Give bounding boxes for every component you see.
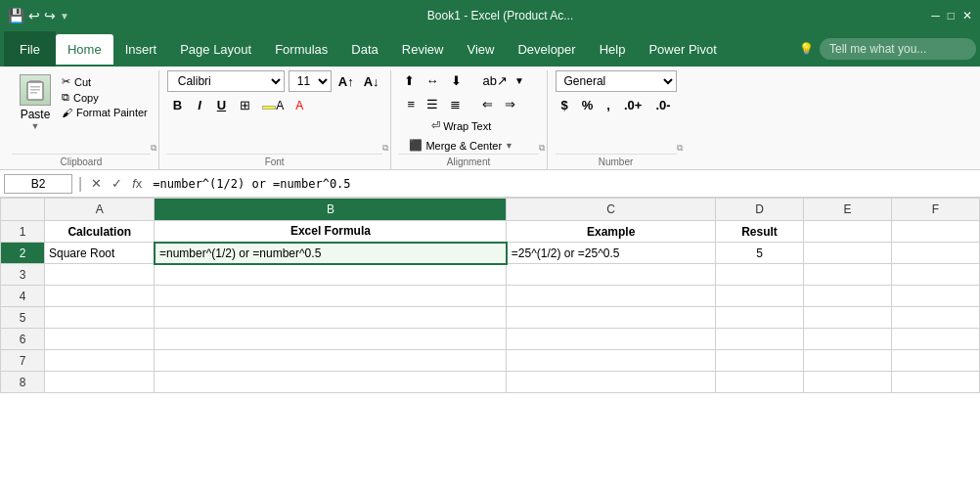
minimize-button[interactable]: ─ <box>931 9 940 22</box>
spreadsheet-container[interactable]: A B C D E F 1CalculationExcel FormulaExa… <box>0 198 980 492</box>
col-header-c[interactable]: C <box>507 199 716 221</box>
font-expand-icon[interactable]: ⧉ <box>382 143 388 154</box>
increase-decimal-button[interactable]: .0+ <box>618 95 647 115</box>
row-header-7[interactable]: 7 <box>1 350 45 372</box>
cell-4-F[interactable] <box>891 286 979 307</box>
cell-4-B[interactable] <box>155 286 507 307</box>
menu-page-layout[interactable]: Page Layout <box>168 34 263 65</box>
align-middle-button[interactable]: ↔ <box>422 70 444 91</box>
number-format-selector[interactable]: General <box>556 70 677 92</box>
cell-8-C[interactable] <box>507 372 716 393</box>
font-size-selector[interactable]: 11 <box>289 70 332 92</box>
cell-3-A[interactable] <box>44 264 154 286</box>
col-header-a[interactable]: A <box>44 199 154 221</box>
decrease-font-size-button[interactable]: A↓ <box>361 74 382 89</box>
customize-icon[interactable]: ▼ <box>60 11 69 22</box>
increase-indent-button[interactable]: ⇒ <box>500 94 520 114</box>
cell-2-D[interactable]: 5 <box>716 243 804 264</box>
col-header-b[interactable]: B <box>155 199 507 221</box>
menu-developer[interactable]: Developer <box>506 34 587 65</box>
align-left-button[interactable]: ≡ <box>402 94 420 114</box>
col-header-d[interactable]: D <box>716 199 804 221</box>
row-header-6[interactable]: 6 <box>1 329 45 350</box>
alignment-expand-icon[interactable]: ⧉ <box>539 143 545 154</box>
bold-button[interactable]: B <box>167 95 188 115</box>
comma-button[interactable]: , <box>601 95 616 115</box>
cell-7-B[interactable] <box>155 350 507 372</box>
col-header-f[interactable]: F <box>891 199 979 221</box>
cell-reference-box[interactable] <box>4 174 72 194</box>
align-center-button[interactable]: ☰ <box>422 94 443 114</box>
decrease-indent-button[interactable]: ⇐ <box>477 94 498 114</box>
menu-insert[interactable]: Insert <box>113 34 169 65</box>
cell-5-B[interactable] <box>155 307 507 329</box>
cell-6-A[interactable] <box>44 329 154 350</box>
tell-me-input[interactable] <box>820 38 976 60</box>
cell-7-C[interactable] <box>507 350 716 372</box>
cell-1-E[interactable] <box>804 221 892 243</box>
menu-help[interactable]: Help <box>588 34 638 65</box>
row-header-2[interactable]: 2 <box>1 243 45 264</box>
menu-review[interactable]: Review <box>390 34 456 65</box>
cell-8-E[interactable] <box>804 372 892 393</box>
cell-8-B[interactable] <box>155 372 507 393</box>
maximize-button[interactable]: □ <box>948 9 955 22</box>
cell-2-B[interactable]: =number^(1/2) or =number^0.5 <box>155 243 507 264</box>
cell-1-C[interactable]: Example <box>507 221 716 243</box>
cancel-formula-button[interactable]: ✕ <box>88 176 105 191</box>
cell-4-A[interactable] <box>44 286 154 307</box>
cell-1-F[interactable] <box>891 221 979 243</box>
save-icon[interactable]: 💾 <box>8 8 24 23</box>
cell-2-F[interactable] <box>891 243 979 264</box>
align-right-button[interactable]: ≣ <box>445 94 466 114</box>
menu-home[interactable]: Home <box>56 34 113 65</box>
cell-8-F[interactable] <box>891 372 979 393</box>
format-painter-button[interactable]: 🖌 Format Painter <box>59 106 151 119</box>
orientation-dropdown[interactable]: ▼ <box>514 75 524 86</box>
merge-center-button[interactable]: ⬛ Merge & Center ▼ <box>405 137 517 154</box>
cell-5-F[interactable] <box>891 307 979 329</box>
cell-4-D[interactable] <box>716 286 804 307</box>
cell-3-F[interactable] <box>891 264 979 286</box>
undo-icon[interactable]: ↩ <box>28 8 40 23</box>
col-header-e[interactable]: E <box>804 199 892 221</box>
insert-function-button[interactable]: fx <box>129 176 145 191</box>
font-color-button[interactable]: A <box>291 97 307 114</box>
menu-data[interactable]: Data <box>339 34 389 65</box>
cell-2-E[interactable] <box>804 243 892 264</box>
cell-4-E[interactable] <box>804 286 892 307</box>
currency-button[interactable]: $ <box>556 95 574 115</box>
row-header-8[interactable]: 8 <box>1 372 45 393</box>
font-name-selector[interactable]: Calibri <box>167 70 285 92</box>
decrease-decimal-button[interactable]: .0- <box>649 95 676 115</box>
cell-6-C[interactable] <box>507 329 716 350</box>
wrap-text-button[interactable]: ⏎ Wrap Text <box>427 117 495 134</box>
paste-button[interactable]: Paste ▼ <box>12 70 59 135</box>
cell-7-E[interactable] <box>804 350 892 372</box>
redo-icon[interactable]: ↪ <box>44 8 56 23</box>
cell-7-A[interactable] <box>44 350 154 372</box>
menu-file[interactable]: File <box>4 31 56 67</box>
cell-1-A[interactable]: Calculation <box>44 221 154 243</box>
italic-button[interactable]: I <box>192 95 207 115</box>
cell-1-B[interactable]: Excel Formula <box>155 221 507 243</box>
cell-2-C[interactable]: =25^(1/2) or =25^0.5 <box>507 243 716 264</box>
cell-3-E[interactable] <box>804 264 892 286</box>
cell-5-D[interactable] <box>716 307 804 329</box>
border-button[interactable]: ⊞ <box>236 96 254 114</box>
cell-5-E[interactable] <box>804 307 892 329</box>
cell-6-B[interactable] <box>155 329 507 350</box>
cell-6-F[interactable] <box>891 329 979 350</box>
paste-dropdown-arrow[interactable]: ▼ <box>31 121 40 131</box>
cell-4-C[interactable] <box>507 286 716 307</box>
cell-3-D[interactable] <box>716 264 804 286</box>
menu-formulas[interactable]: Formulas <box>263 34 339 65</box>
enter-formula-button[interactable]: ✓ <box>109 176 125 191</box>
increase-font-size-button[interactable]: A↑ <box>335 74 357 89</box>
row-header-4[interactable]: 4 <box>1 286 45 307</box>
formula-input[interactable] <box>149 175 976 193</box>
cell-6-E[interactable] <box>804 329 892 350</box>
cell-1-D[interactable]: Result <box>716 221 804 243</box>
orientation-button[interactable]: ab↗ <box>478 70 512 91</box>
cell-6-D[interactable] <box>716 329 804 350</box>
